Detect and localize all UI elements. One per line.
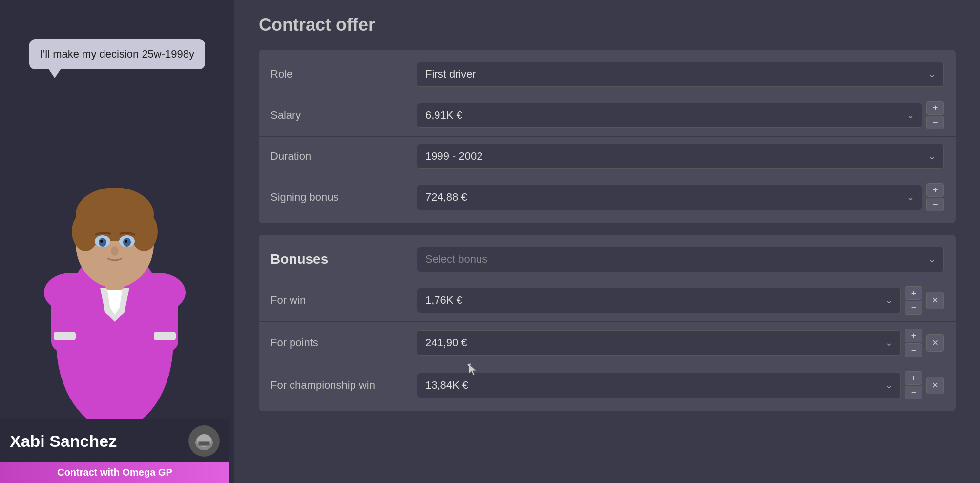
bonus-points-spinner: + − (905, 329, 922, 357)
select-bonus-placeholder: Select bonus (425, 253, 487, 266)
salary-row: Salary 6,91K € ⌄ + − (259, 94, 956, 137)
salary-spinner: + − (926, 101, 944, 129)
bonus-points-controls: 241,90 € ⌄ + − × (417, 329, 944, 357)
duration-dropdown[interactable]: 1999 - 2002 ⌄ (417, 144, 944, 169)
bonus-championship-label: For championship win (271, 379, 417, 392)
bonus-row-championship: For championship win 13,84K € ⌄ + − × (259, 364, 956, 406)
signing-bonus-value: 724,88 € (425, 191, 467, 204)
duration-row: Duration 1999 - 2002 ⌄ (259, 137, 956, 176)
svg-point-21 (100, 240, 103, 243)
bonus-points-value: 241,90 € (425, 336, 467, 349)
select-bonus-chevron-icon: ⌄ (928, 254, 936, 265)
driver-nameplate: Xabi Sanchez (0, 419, 229, 462)
bonus-championship-decrement-button[interactable]: − (905, 386, 922, 399)
role-control-area: First driver ⌄ (417, 62, 944, 87)
bonus-win-chevron-icon: ⌄ (885, 295, 893, 306)
bonus-win-value: 1,76K € (425, 294, 462, 307)
bonus-row-win: For win 1,76K € ⌄ + − × (259, 279, 956, 322)
bonus-points-chevron-icon: ⌄ (885, 337, 893, 348)
salary-control-area: 6,91K € ⌄ + − (417, 101, 944, 129)
speech-bubble-text: I'll make my decision 25w-1998y (40, 48, 194, 60)
signing-bonus-decrement-button[interactable]: − (926, 198, 944, 211)
bonuses-header: Bonuses Select bonus ⌄ (259, 240, 956, 279)
left-panel: I'll make my decision 25w-1998y (0, 0, 234, 483)
driver-name: Xabi Sanchez (10, 432, 117, 451)
signing-bonus-control-area: 724,88 € ⌄ + − (417, 183, 944, 211)
bonus-championship-value: 13,84K € (425, 379, 468, 392)
bonus-win-decrement-button[interactable]: − (905, 301, 922, 315)
duration-chevron-icon: ⌄ (928, 151, 936, 162)
contract-form-section: Role First driver ⌄ Salary 6,91K € ⌄ + − (259, 50, 956, 223)
bonus-points-remove-button[interactable]: × (926, 334, 944, 352)
signing-bonus-spinner: + − (926, 183, 944, 211)
driver-image-area (0, 126, 229, 429)
bonus-championship-increment-button[interactable]: + (905, 371, 922, 385)
bonus-win-label-text: For win (271, 294, 306, 306)
bonus-row-points: For points 241,90 € ⌄ + − × (259, 322, 956, 364)
duration-control-area: 1999 - 2002 ⌄ (417, 144, 944, 169)
bonus-win-label: For win (271, 294, 417, 307)
bonuses-section: Bonuses Select bonus ⌄ For win 1,76K € ⌄… (259, 235, 956, 411)
signing-bonus-increment-button[interactable]: + (926, 183, 944, 197)
page-title: Contract offer (259, 15, 956, 35)
right-panel: Contract offer Role First driver ⌄ Salar… (234, 0, 980, 483)
bonus-championship-dropdown[interactable]: 13,84K € ⌄ (417, 373, 901, 398)
svg-point-23 (111, 246, 119, 256)
bonus-points-label-text: For points (271, 336, 318, 349)
bonus-championship-label-text: For championship win (271, 379, 375, 391)
bonus-win-increment-button[interactable]: + (905, 286, 922, 300)
bonus-championship-controls: 13,84K € ⌄ + − × (417, 371, 944, 399)
role-chevron-icon: ⌄ (928, 69, 936, 80)
salary-label: Salary (271, 109, 417, 122)
role-dropdown[interactable]: First driver ⌄ (417, 62, 944, 87)
select-bonus-control-area: Select bonus ⌄ (417, 247, 944, 272)
contract-badge-text: Contract with Omega GP (57, 467, 172, 478)
salary-increment-button[interactable]: + (926, 101, 944, 115)
speech-bubble: I'll make my decision 25w-1998y (29, 39, 205, 69)
salary-chevron-icon: ⌄ (907, 110, 914, 121)
bonus-points-dropdown[interactable]: 241,90 € ⌄ (417, 330, 901, 356)
contract-badge: Contract with Omega GP (0, 462, 229, 483)
svg-rect-9 (154, 332, 176, 340)
salary-decrement-button[interactable]: − (926, 116, 944, 129)
role-row: Role First driver ⌄ (259, 55, 956, 94)
bonus-championship-chevron-icon: ⌄ (885, 380, 893, 391)
duration-label: Duration (271, 150, 417, 163)
svg-point-22 (125, 240, 127, 243)
svg-point-16 (110, 196, 144, 226)
driver-figure (22, 146, 208, 429)
salary-value: 6,91K € (425, 109, 462, 122)
bonus-points-label: For points (271, 336, 417, 349)
bonus-points-decrement-button[interactable]: − (905, 343, 922, 357)
bonus-championship-spinner: + − (905, 371, 922, 399)
bonus-points-increment-button[interactable]: + (905, 329, 922, 342)
svg-rect-7 (151, 288, 178, 351)
bonus-championship-remove-button[interactable]: × (926, 377, 944, 394)
signing-bonus-row: Signing bonus 724,88 € ⌄ + − (259, 176, 956, 218)
svg-rect-29 (199, 442, 209, 445)
select-bonus-dropdown[interactable]: Select bonus ⌄ (417, 247, 944, 272)
bonus-win-controls: 1,76K € ⌄ + − × (417, 286, 944, 315)
salary-dropdown[interactable]: 6,91K € ⌄ (417, 103, 922, 128)
bonus-win-spinner: + − (905, 286, 922, 315)
svg-rect-6 (51, 288, 78, 351)
svg-rect-8 (54, 332, 76, 340)
bonus-win-dropdown[interactable]: 1,76K € ⌄ (417, 288, 901, 313)
duration-value: 1999 - 2002 (425, 150, 482, 163)
bonus-win-remove-button[interactable]: × (926, 292, 944, 309)
helmet-icon (188, 425, 220, 457)
role-label: Role (271, 68, 417, 81)
signing-bonus-dropdown[interactable]: 724,88 € ⌄ (417, 185, 922, 210)
bonuses-title: Bonuses (271, 252, 417, 267)
role-value: First driver (425, 68, 476, 81)
signing-bonus-chevron-icon: ⌄ (907, 192, 914, 203)
signing-bonus-label: Signing bonus (271, 191, 417, 204)
